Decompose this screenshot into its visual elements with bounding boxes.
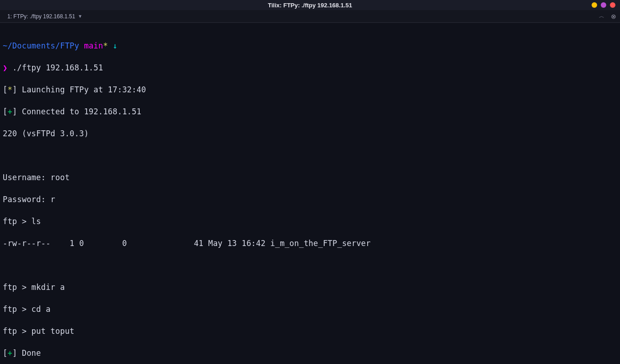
prompt-path: ~/Documents/FTPy — [3, 41, 79, 50]
output-line: Password: r — [3, 194, 617, 205]
command-line: ❯ ./ftpy 192.168.1.51 — [3, 62, 617, 73]
output-line: ftp > cd a — [3, 304, 617, 315]
command-text: ./ftpy 192.168.1.51 — [12, 63, 103, 72]
output-line — [3, 260, 617, 271]
output-line: ftp > ls — [3, 216, 617, 227]
tab-dropdown-icon[interactable]: ▼ — [78, 14, 82, 19]
prompt-symbol: ❯ — [3, 63, 7, 72]
output-line: Username: root — [3, 172, 617, 183]
prompt-line: ~/Documents/FTPy main* ↓ — [3, 40, 617, 51]
tab-bar: 1: FTPy: ./ftpy 192.168.1.51 ▼ ︿ ⊗ — [0, 10, 620, 23]
window-minimize-button[interactable] — [592, 2, 597, 8]
window-title: Tilix: FTPy: ./ftpy 192.168.1.51 — [268, 2, 352, 9]
window-controls — [592, 2, 615, 8]
collapse-icon[interactable]: ︿ — [599, 12, 604, 20]
output-line: -rw-r--r-- 1 0 0 41 May 13 16:42 i_m_on_… — [3, 238, 617, 249]
prompt-branch: main — [84, 41, 103, 50]
output-line: ftp > mkdir a — [3, 282, 617, 293]
output-line: [+] Connected to 192.168.1.51 — [3, 106, 617, 117]
output-line: [+] Done — [3, 348, 617, 359]
prompt-dirty: * — [103, 41, 108, 50]
terminal-output[interactable]: ~/Documents/FTPy main* ↓ ❯ ./ftpy 192.16… — [0, 23, 620, 364]
terminal-tab[interactable]: 1: FTPy: ./ftpy 192.168.1.51 ▼ — [4, 11, 86, 21]
window-maximize-button[interactable] — [601, 2, 606, 8]
output-line: ftp > put toput — [3, 326, 617, 337]
output-line: [*] Launching FTPy at 17:32:40 — [3, 84, 617, 95]
prompt-pull-icon: ↓ — [113, 41, 117, 50]
close-tab-icon[interactable]: ⊗ — [611, 13, 616, 20]
tab-label: 1: FTPy: ./ftpy 192.168.1.51 — [7, 13, 75, 20]
tabbar-right-controls: ︿ ⊗ — [599, 12, 616, 20]
window-titlebar: Tilix: FTPy: ./ftpy 192.168.1.51 — [0, 0, 620, 10]
output-line: 220 (vsFTPd 3.0.3) — [3, 128, 617, 139]
window-close-button[interactable] — [610, 2, 615, 8]
output-line — [3, 150, 617, 161]
